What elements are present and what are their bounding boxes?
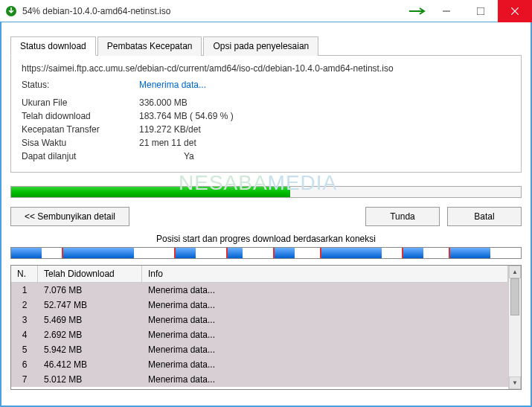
filesize-label: Ukuran File xyxy=(22,97,139,108)
scroll-thumb[interactable] xyxy=(510,278,519,315)
scroll-up-icon[interactable]: ▲ xyxy=(509,266,521,278)
vertical-scrollbar[interactable]: ▲ ▼ xyxy=(508,266,521,389)
cell-number: 5 xyxy=(11,344,38,356)
pause-button[interactable]: Tunda xyxy=(365,207,440,226)
cell-info: Menerima data... xyxy=(142,314,508,326)
tab-panel: https://saimei.ftp.acc.umu.se/debian-cd/… xyxy=(10,56,522,173)
speed-value: 119.272 KB/det xyxy=(139,124,201,135)
download-url: https://saimei.ftp.acc.umu.se/debian-cd/… xyxy=(22,63,510,74)
cell-number: 4 xyxy=(11,329,38,341)
tab-speed-limiter[interactable]: Pembatas Kecepatan xyxy=(97,36,202,56)
cell-info: Menerima data... xyxy=(142,284,508,296)
app-icon xyxy=(4,4,18,18)
cell-downloaded: 2.692 MB xyxy=(38,329,142,341)
minimize-button[interactable] xyxy=(429,0,464,22)
downloaded-label: Telah didownload xyxy=(22,111,139,121)
table-row[interactable]: 252.747 MBMenerima data... xyxy=(11,298,508,313)
window-frame: Status download Pembatas Kecepatan Opsi … xyxy=(0,22,532,407)
progress-fill xyxy=(11,187,290,197)
grid-header: N. Telah Didownload Info xyxy=(11,266,508,283)
table-row[interactable]: 35.469 MBMenerima data... xyxy=(11,313,508,327)
table-row[interactable]: 55.942 MBMenerima data... xyxy=(11,342,508,357)
cell-info: Menerima data... xyxy=(142,359,508,371)
close-button[interactable] xyxy=(498,0,532,22)
tab-on-completion[interactable]: Opsi pada penyelesaian xyxy=(203,36,318,56)
cell-info: Menerima data... xyxy=(142,329,508,341)
status-label: Status: xyxy=(22,80,139,90)
cell-number: 3 xyxy=(11,314,38,326)
cell-downloaded: 5.012 MB xyxy=(38,374,142,385)
tab-strip: Status download Pembatas Kecepatan Opsi … xyxy=(10,36,522,56)
cell-info: Menerima data... xyxy=(142,299,508,311)
window-title: 54% debian-10.4.0-amd64-netinst.iso xyxy=(22,6,407,16)
table-row[interactable]: 646.412 MBMenerima data... xyxy=(11,357,508,372)
table-row[interactable]: 75.012 MBMenerima data... xyxy=(11,372,508,387)
downloaded-value: 183.764 MB ( 54.69 % ) xyxy=(139,111,234,121)
cell-number: 7 xyxy=(11,374,38,385)
connections-grid: N. Telah Didownload Info 17.076 MBMeneri… xyxy=(10,265,522,390)
col-info[interactable]: Info xyxy=(142,266,508,282)
scroll-down-icon[interactable]: ▼ xyxy=(509,376,521,389)
cell-number: 1 xyxy=(11,284,38,296)
cell-downloaded: 7.076 MB xyxy=(38,284,142,296)
resume-arrow-icon xyxy=(407,7,429,15)
table-row[interactable]: 42.692 MBMenerima data... xyxy=(11,327,508,342)
cell-downloaded: 5.469 MB xyxy=(38,314,142,326)
timeleft-label: Sisa Waktu xyxy=(22,138,139,148)
progress-bar xyxy=(10,186,522,198)
filesize-value: 336.000 MB xyxy=(139,97,188,108)
col-downloaded[interactable]: Telah Didownload xyxy=(38,266,142,282)
svg-rect-2 xyxy=(477,7,484,15)
col-number[interactable]: N. xyxy=(11,266,38,282)
segments-label: Posisi start dan progres download berdas… xyxy=(10,234,522,244)
cell-number: 6 xyxy=(11,359,38,371)
cell-number: 2 xyxy=(11,299,38,311)
resume-value: Ya xyxy=(139,151,194,161)
cell-info: Menerima data... xyxy=(142,344,508,356)
segment-bar xyxy=(10,247,522,259)
cell-downloaded: 52.747 MB xyxy=(38,299,142,311)
cell-info: Menerima data... xyxy=(142,374,508,385)
status-value: Menerima data... xyxy=(139,80,206,90)
table-row[interactable]: 17.076 MBMenerima data... xyxy=(11,283,508,298)
titlebar: 54% debian-10.4.0-amd64-netinst.iso xyxy=(0,0,532,22)
maximize-button[interactable] xyxy=(464,0,498,22)
cell-downloaded: 46.412 MB xyxy=(38,359,142,371)
hide-detail-button[interactable]: << Sembunyikan detail xyxy=(10,207,129,226)
cell-downloaded: 5.942 MB xyxy=(38,344,142,356)
speed-label: Kecepatan Transfer xyxy=(22,124,139,135)
timeleft-value: 21 men 11 det xyxy=(139,138,196,148)
resume-label: Dapat dilanjut xyxy=(22,151,139,161)
tab-status-download[interactable]: Status download xyxy=(10,36,96,56)
cancel-button[interactable]: Batal xyxy=(447,207,522,226)
